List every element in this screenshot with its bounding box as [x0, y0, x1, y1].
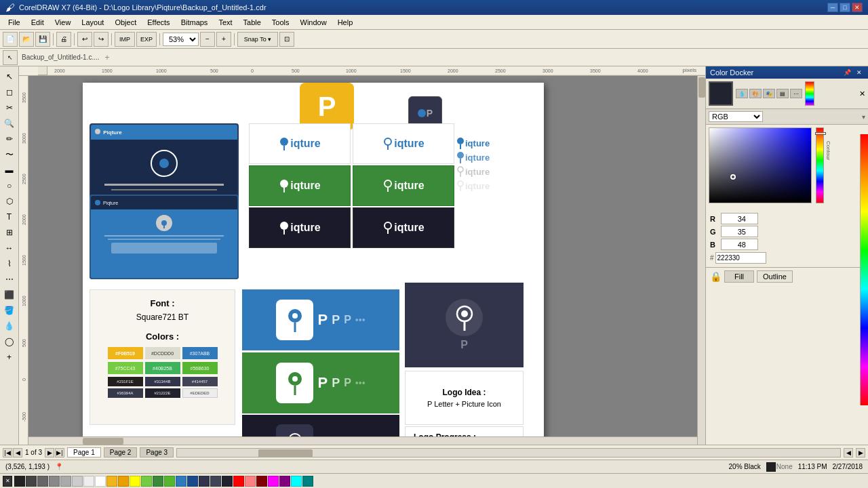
horizontal-scrollbar[interactable]: [176, 448, 841, 458]
add-tab-btn[interactable]: +: [105, 53, 110, 62]
palette-navy[interactable]: [199, 476, 210, 487]
menu-table[interactable]: Table: [238, 17, 267, 28]
palette-red[interactable]: [233, 476, 244, 487]
first-page-btn[interactable]: |◀: [3, 448, 12, 458]
maximize-button[interactable]: □: [840, 3, 850, 12]
active-fill-swatch[interactable]: [766, 462, 776, 472]
close-button[interactable]: ✕: [852, 3, 863, 12]
page3-tab[interactable]: Page 3: [140, 447, 174, 458]
new-button[interactable]: 📄: [3, 32, 18, 47]
smart-fill-tool[interactable]: 🪣: [2, 303, 17, 318]
palette-green-light[interactable]: [141, 476, 152, 487]
canvas-area[interactable]: P P: [28, 76, 705, 445]
zoom-dropdown[interactable]: 53%: [163, 33, 199, 46]
palette-blue-dark[interactable]: [187, 476, 198, 487]
palette-gray[interactable]: [49, 476, 60, 487]
polygon-tool[interactable]: ⬡: [2, 194, 17, 209]
undo-button[interactable]: ↩: [77, 32, 92, 47]
palette-purple[interactable]: [279, 476, 290, 487]
import-button[interactable]: IMP: [115, 32, 135, 47]
docker-close2[interactable]: ✕: [859, 89, 865, 98]
menu-object[interactable]: Object: [109, 17, 142, 28]
snap-button[interactable]: Snap To ▾: [237, 32, 278, 47]
table-tool[interactable]: ⊞: [2, 225, 17, 240]
outline-tool[interactable]: ◯: [2, 334, 17, 349]
add-page-btn[interactable]: +: [2, 350, 17, 365]
redo-button[interactable]: ↪: [94, 32, 108, 47]
palette-black[interactable]: [14, 476, 25, 487]
color-mixer-tool[interactable]: 🎨: [749, 89, 762, 98]
palette-orange[interactable]: [106, 476, 117, 487]
palette-green[interactable]: [153, 476, 163, 487]
ellipse-tool[interactable]: ○: [2, 178, 17, 193]
palette-cyan[interactable]: [291, 476, 302, 487]
export-button[interactable]: EXP: [136, 32, 157, 47]
scroll-right2[interactable]: ▶: [856, 448, 865, 458]
palette-white[interactable]: [95, 476, 106, 487]
page1-tab[interactable]: Page 1: [67, 447, 101, 458]
prev-page-btn[interactable]: ◀: [13, 448, 22, 458]
right-color-strip[interactable]: [860, 134, 868, 405]
menu-edit[interactable]: Edit: [26, 17, 50, 28]
hscrollbar[interactable]: [28, 436, 697, 445]
palette-very-dark[interactable]: [222, 476, 233, 487]
palette-teal[interactable]: [302, 476, 313, 487]
next-page-btn[interactable]: ▶: [45, 448, 54, 458]
page2-tab[interactable]: Page 2: [104, 447, 138, 458]
g-input[interactable]: [721, 226, 758, 237]
palette-white-near[interactable]: [83, 476, 94, 487]
hue-slider[interactable]: [816, 127, 824, 203]
outline-button[interactable]: Outline: [757, 270, 793, 283]
open-button[interactable]: 📂: [19, 32, 34, 47]
connector-tool[interactable]: ⌇: [2, 256, 17, 271]
palette-gray-light[interactable]: [60, 476, 71, 487]
hex-input[interactable]: [715, 252, 766, 264]
palette-tool[interactable]: 🎭: [763, 89, 775, 98]
b-input[interactable]: [721, 239, 758, 250]
rectangle-tool[interactable]: ▬: [2, 163, 17, 178]
eyedropper-tool[interactable]: 💧: [736, 89, 748, 98]
scroll-left2[interactable]: ◀: [844, 448, 853, 458]
palette-gray-dark[interactable]: [37, 476, 48, 487]
palette-pink[interactable]: [245, 476, 256, 487]
menu-layout[interactable]: Layout: [76, 17, 109, 28]
smart-draw-tool[interactable]: 〜: [2, 147, 17, 162]
palette-yellow[interactable]: [130, 476, 140, 487]
color-mode-arrow[interactable]: ▾: [862, 113, 865, 121]
shape-tool[interactable]: ◻: [2, 85, 17, 100]
save-button[interactable]: 💾: [35, 32, 50, 47]
zoom-out[interactable]: −: [200, 32, 215, 47]
menu-text[interactable]: Text: [213, 17, 237, 28]
palette-magenta[interactable]: [268, 476, 279, 487]
color-spectrum-strip[interactable]: [805, 81, 814, 106]
palette-slate[interactable]: [210, 476, 221, 487]
swatches-tool[interactable]: ▤: [776, 89, 789, 98]
zoom-in[interactable]: +: [216, 32, 231, 47]
menu-bitmaps[interactable]: Bitmaps: [176, 17, 214, 28]
fill-button[interactable]: Fill: [724, 270, 754, 283]
main-color-swatch[interactable]: [709, 81, 733, 106]
menu-view[interactable]: View: [50, 17, 77, 28]
palette-blue[interactable]: [176, 476, 186, 487]
no-color-btn[interactable]: ✕: [3, 476, 12, 487]
text-tool[interactable]: T: [2, 209, 17, 224]
color-picker-container[interactable]: Contour: [709, 127, 865, 207]
menu-file[interactable]: File: [3, 17, 26, 28]
menu-help[interactable]: Help: [332, 17, 359, 28]
print-button[interactable]: 🖨: [56, 32, 71, 47]
minimize-button[interactable]: ─: [827, 3, 838, 12]
docker-pin[interactable]: 📌: [842, 69, 853, 76]
select-tool[interactable]: ↖: [2, 69, 17, 84]
menu-window[interactable]: Window: [295, 17, 332, 28]
palette-dark[interactable]: [26, 476, 37, 487]
color-mode-select[interactable]: RGB: [709, 111, 763, 122]
menu-tools[interactable]: Tools: [267, 17, 295, 28]
palette-silver[interactable]: [72, 476, 83, 487]
palette-maroon[interactable]: [256, 476, 267, 487]
select-tool2[interactable]: ↖: [3, 50, 18, 65]
r-input[interactable]: [721, 213, 758, 224]
dimension-tool[interactable]: ↔: [2, 241, 17, 256]
blend-tool[interactable]: ⋯: [2, 272, 17, 287]
crop-tool[interactable]: ✂: [2, 100, 17, 115]
color-eyedropper[interactable]: 💧: [2, 319, 17, 333]
